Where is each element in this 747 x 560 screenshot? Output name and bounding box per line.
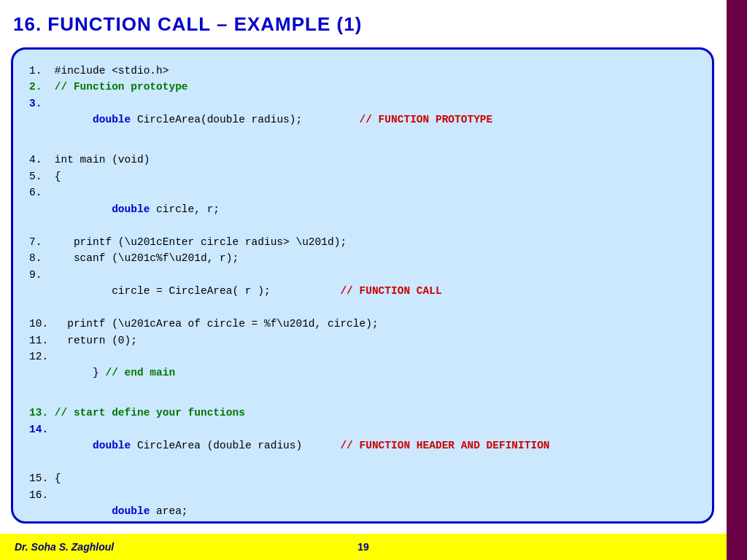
right-decorative-bar xyxy=(727,0,747,560)
page-number: 19 xyxy=(357,541,369,553)
line-num-2: 2. xyxy=(29,79,55,95)
code-content-6: double circle, r; xyxy=(55,184,220,233)
code-content-12: } // end main xyxy=(55,349,175,397)
code-line-3: 3. double CircleArea(double radius); // … xyxy=(29,96,696,144)
line-num-1: 1. xyxy=(29,63,55,79)
code-content-16: double area; xyxy=(55,487,188,536)
code-content-13: // start define your functions xyxy=(55,405,245,421)
code-line-14: 14. double CircleArea (double radius) //… xyxy=(29,421,696,470)
code-content-15: { xyxy=(55,470,61,486)
code-line-7: 7. printf (\u201cEnter circle radius> \u… xyxy=(29,234,696,250)
code-line-4: 4. int main (void) xyxy=(29,152,696,168)
code-line-13: 13. // start define your functions xyxy=(29,405,696,421)
code-line-11: 11. return (0); xyxy=(29,332,696,349)
line-num-5: 5. xyxy=(29,168,55,184)
spacer-1 xyxy=(29,144,696,152)
code-line-16: 16. double area; xyxy=(29,487,696,536)
line-num-12: 12. xyxy=(29,349,55,365)
line-num-4: 4. xyxy=(29,152,55,168)
code-content-2: // Function prototype xyxy=(55,79,188,95)
code-content-4: int main (void) xyxy=(55,152,150,168)
line-num-8: 8. xyxy=(29,250,55,266)
line-num-10: 10. xyxy=(29,316,55,332)
code-content-9: circle = CircleArea( r ); // FUNCTION CA… xyxy=(55,267,442,316)
code-line-5: 5. { xyxy=(29,168,696,184)
code-line-2: 2. // Function prototype xyxy=(29,79,696,95)
code-box: 1. #include <stdio.h> 2. // Function pro… xyxy=(11,47,714,524)
code-line-1: 1. #include <stdio.h> xyxy=(29,63,696,79)
line-num-11: 11. xyxy=(29,332,55,349)
code-line-9: 9. circle = CircleArea( r ); // FUNCTION… xyxy=(29,267,696,316)
line-num-15: 15. xyxy=(29,470,55,486)
spacer-2 xyxy=(29,397,696,405)
code-content-3: double CircleArea(double radius); // FUN… xyxy=(55,96,492,144)
code-content-5: { xyxy=(55,168,61,184)
line-num-6: 6. xyxy=(29,184,55,201)
code-line-12: 12. } // end main xyxy=(29,349,696,397)
code-line-6: 6. double circle, r; xyxy=(29,184,696,233)
code-line-10: 10. printf (\u201cArea of circle = %f\u2… xyxy=(29,316,696,332)
line-num-13: 13. xyxy=(29,405,55,421)
code-content-8: scanf (\u201c%f\u201d, r); xyxy=(55,250,239,266)
code-line-8: 8. scanf (\u201c%f\u201d, r); xyxy=(29,250,696,266)
line-num-14: 14. xyxy=(29,421,55,438)
page-title: 16. FUNCTION CALL – EXAMPLE (1) xyxy=(13,13,362,36)
code-line-15: 15. { xyxy=(29,470,696,486)
line-num-7: 7. xyxy=(29,234,55,250)
author-label: Dr. Soha S. Zaghloul xyxy=(15,541,114,553)
line-num-9: 9. xyxy=(29,267,55,283)
line-num-3: 3. xyxy=(29,96,55,112)
line-num-16: 16. xyxy=(29,487,55,503)
code-content-10: printf (\u201cArea of circle = %f\u201d,… xyxy=(55,316,379,332)
code-content-14: double CircleArea (double radius) // FUN… xyxy=(55,421,550,470)
code-content-11: return (0); xyxy=(55,332,137,349)
code-content-7: printf (\u201cEnter circle radius> \u201… xyxy=(55,234,347,250)
bottom-bar: Dr. Soha S. Zaghloul 19 xyxy=(0,534,727,560)
code-content-1: #include <stdio.h> xyxy=(55,63,169,79)
